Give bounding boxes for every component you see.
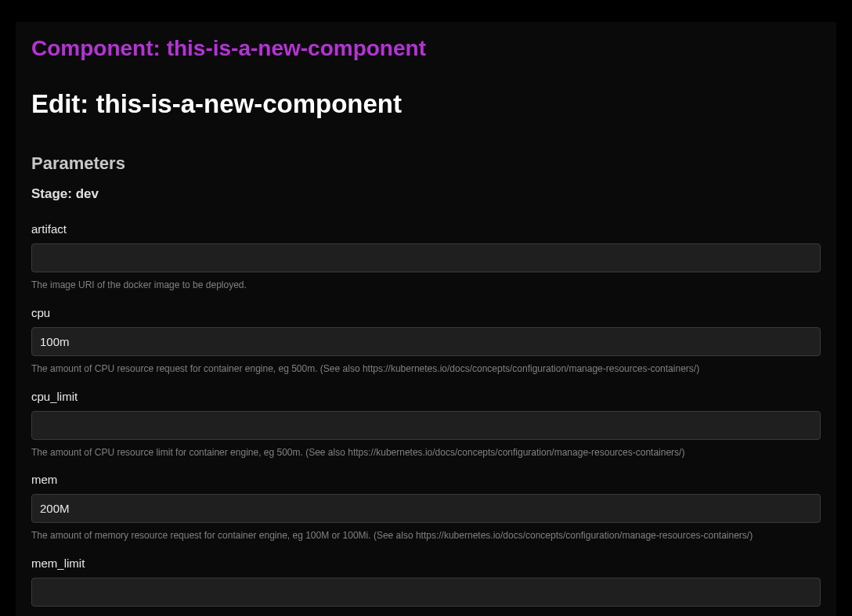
section-title-parameters: Parameters [31, 153, 821, 174]
stage-label: Stage: dev [31, 186, 821, 202]
field-help-cpu: The amount of CPU resource request for c… [31, 362, 821, 376]
field-mem-limit: mem_limit [31, 557, 821, 607]
field-mem: mem The amount of memory resource reques… [31, 473, 821, 542]
field-help-artifact: The image URI of the docker image to be … [31, 279, 821, 292]
field-help-mem: The amount of memory resource request fo… [31, 529, 821, 542]
field-cpu: cpu The amount of CPU resource request f… [31, 306, 821, 376]
main-container: Component: this-is-a-new-component Edit:… [16, 22, 836, 616]
field-label-mem-limit: mem_limit [31, 557, 821, 570]
mem-input[interactable] [31, 494, 821, 523]
breadcrumb-component-link[interactable]: Component: this-is-a-new-component [31, 36, 821, 61]
cpu-limit-input[interactable] [31, 411, 821, 440]
field-label-mem: mem [31, 473, 821, 486]
page-title: Edit: this-is-a-new-component [31, 89, 821, 119]
field-label-cpu-limit: cpu_limit [31, 390, 821, 403]
field-cpu-limit: cpu_limit The amount of CPU resource lim… [31, 390, 821, 459]
field-label-artifact: artifact [31, 222, 821, 236]
field-help-cpu-limit: The amount of CPU resource limit for con… [31, 446, 821, 459]
mem-limit-input[interactable] [31, 578, 821, 607]
field-label-cpu: cpu [31, 306, 821, 319]
cpu-input[interactable] [31, 327, 821, 356]
artifact-input[interactable] [31, 243, 821, 272]
field-artifact: artifact The image URI of the docker ima… [31, 222, 821, 292]
